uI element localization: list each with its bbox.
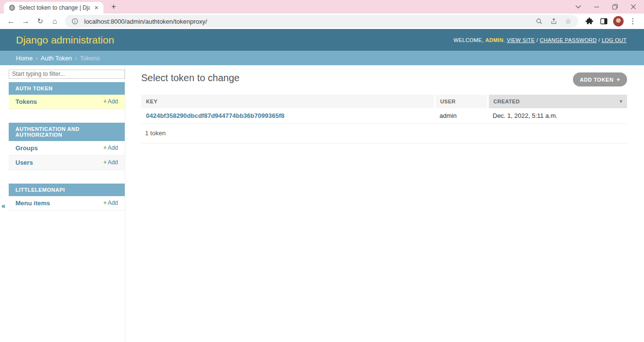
restore-icon[interactable] (612, 4, 618, 10)
breadcrumb-auth-token[interactable]: Auth Token (41, 55, 72, 62)
globe-favicon-icon (9, 4, 15, 11)
sidebar-item-groups[interactable]: Groups +Add (9, 141, 125, 156)
url-text[interactable]: localhost:8000/admin/authtoken/tokenprox… (84, 18, 530, 25)
tokens-link[interactable]: Tokens (15, 98, 37, 105)
home-icon[interactable]: ⌂ (48, 15, 61, 28)
sidebar-item-tokens[interactable]: Tokens +Add (9, 95, 125, 109)
search-icon[interactable] (534, 18, 544, 25)
profile-avatar[interactable] (612, 15, 625, 28)
close-icon[interactable] (630, 4, 636, 10)
users-link[interactable]: Users (15, 159, 33, 166)
link-separator: / (537, 37, 538, 43)
column-header-created[interactable]: CREATED ▾ (488, 95, 627, 108)
plus-icon: + (103, 98, 107, 105)
username: ADMIN (485, 37, 504, 43)
browser-tab[interactable]: Select token to change | Django s ✕ (4, 2, 103, 14)
url-bar[interactable]: localhost:8000/admin/authtoken/tokenprox… (65, 15, 578, 28)
tab-search-chevron-icon[interactable] (575, 5, 581, 9)
add-token-button[interactable]: ADD TOKEN + (573, 72, 627, 86)
nav-sidebar: AUTH TOKEN Tokens +Add AUTHENTICATION AN… (0, 65, 125, 342)
plus-icon: + (103, 200, 107, 206)
sidebar-item-users[interactable]: Users +Add (9, 156, 125, 170)
share-icon[interactable] (548, 18, 559, 25)
tab-close-icon[interactable]: ✕ (93, 5, 100, 11)
site-title[interactable]: Django administration (16, 34, 114, 46)
browser-toolbar: ← → ↻ ⌂ localhost:8000/admin/authtoken/t… (0, 14, 644, 29)
breadcrumb: Home › Auth Token › Tokens (0, 51, 644, 65)
breadcrumb-separator: › (75, 55, 77, 62)
add-user-link[interactable]: +Add (103, 159, 118, 166)
bookmark-star-icon[interactable]: ☆ (563, 17, 573, 25)
add-label: Add (108, 98, 118, 105)
breadcrumb-separator: › (36, 55, 38, 62)
groups-link[interactable]: Groups (15, 144, 38, 152)
module-caption: AUTHENTICATION AND AUTHORIZATION (9, 123, 125, 141)
add-label: Add (108, 144, 118, 151)
menu-items-link[interactable]: Menu items (15, 200, 50, 207)
column-header-key[interactable]: KEY (141, 95, 435, 108)
result-count: 1 token (141, 124, 627, 143)
module-auth-token: AUTH TOKEN Tokens +Add (9, 82, 125, 109)
side-panel-icon[interactable] (598, 15, 610, 28)
minimize-icon[interactable] (594, 4, 600, 10)
welcome-text: WELCOME, (454, 37, 483, 43)
sidebar-filter-input[interactable] (9, 70, 125, 79)
admin-header: Django administration WELCOME, ADMIN. VI… (0, 29, 644, 51)
plus-icon: + (616, 76, 620, 83)
window-controls (575, 0, 640, 14)
welcome-dot: . (503, 37, 505, 43)
extensions-puzzle-icon[interactable] (583, 15, 596, 28)
user-tools: WELCOME, ADMIN. VIEW SITE / CHANGE PASSW… (454, 37, 627, 43)
new-tab-button[interactable]: + (108, 2, 119, 13)
column-header-user[interactable]: USER (435, 95, 488, 108)
add-label: Add (108, 200, 118, 206)
breadcrumb-current: Tokens (80, 55, 100, 62)
back-icon[interactable]: ← (5, 15, 17, 28)
add-label: Add (108, 159, 118, 166)
breadcrumb-home[interactable]: Home (16, 55, 33, 62)
link-separator: / (599, 37, 600, 43)
sidebar-collapse-icon[interactable]: « (1, 201, 5, 210)
add-token-link[interactable]: +Add (103, 98, 118, 105)
token-key-link[interactable]: 0424bf358290dbcdf87d944774bb36b7099365f8 (146, 112, 284, 119)
token-created-cell: Dec. 1, 2022, 5:11 a.m. (488, 108, 627, 124)
change-password-link[interactable]: CHANGE PASSWORD (540, 37, 597, 43)
tab-title: Select token to change | Django s (19, 4, 90, 11)
module-auth: AUTHENTICATION AND AUTHORIZATION Groups … (9, 123, 125, 170)
add-menu-item-link[interactable]: +Add (103, 200, 118, 206)
tab-strip: Select token to change | Django s ✕ + (0, 0, 644, 14)
add-token-button-label: ADD TOKEN (580, 77, 614, 83)
kebab-menu-icon[interactable]: ⋮ (627, 15, 639, 28)
view-site-link[interactable]: VIEW SITE (507, 37, 535, 43)
changelist-content: Select token to change ADD TOKEN + KEY U… (125, 65, 644, 342)
module-caption: LITTLELEMONAPI (9, 184, 125, 196)
module-caption: AUTH TOKEN (9, 82, 125, 95)
plus-icon: + (103, 159, 107, 166)
module-littlelemonapi: LITTLELEMONAPI Menu items +Add (9, 184, 125, 211)
sort-descending-icon[interactable]: ▾ (620, 99, 622, 104)
token-user-cell: admin (435, 108, 488, 124)
page-title: Select token to change (141, 72, 239, 84)
log-out-link[interactable]: LOG OUT (601, 37, 627, 43)
plus-icon: + (103, 144, 107, 151)
add-group-link[interactable]: +Add (103, 144, 118, 151)
reload-icon[interactable]: ↻ (34, 15, 46, 28)
table-row: 0424bf358290dbcdf87d944774bb36b7099365f8… (141, 108, 627, 124)
sidebar-item-menu-items[interactable]: Menu items +Add (9, 196, 125, 211)
site-info-icon[interactable] (70, 18, 80, 25)
results-table: KEY USER CREATED ▾ 0424bf358290dbcdf87d9… (141, 95, 627, 124)
forward-icon[interactable]: → (19, 15, 32, 28)
